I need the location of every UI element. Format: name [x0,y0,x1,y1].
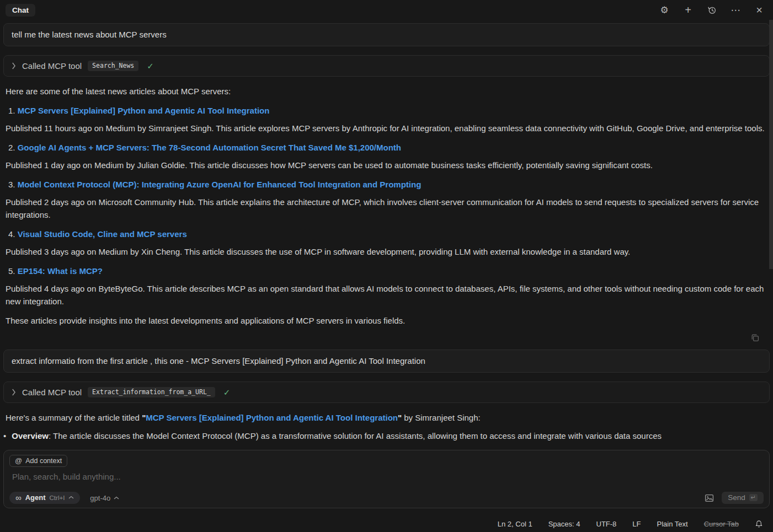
article-description: Published 11 hours ago on Medium by Simr… [6,122,767,135]
status-cursor-position[interactable]: Ln 2, Col 1 [498,520,532,528]
tool-call-extract-url[interactable]: Called MCP tool Extract_information_from… [3,381,770,403]
article-title-line: 4. Visual Studio Code, Cline and MCP ser… [6,228,767,240]
article-description: Published 3 days ago on Medium by Xin Ch… [6,245,767,258]
summary-article-link[interactable]: MCP Servers [Explained] Python and Agent… [146,413,398,422]
chevron-up-icon [68,496,74,499]
article-title-line: 1. MCP Servers [Explained] Python and Ag… [6,104,767,117]
composer-toolbar: ∞ Agent Ctrl+I gpt-4o [9,492,764,504]
model-label: gpt-4o [90,494,110,502]
add-context-label: Add context [25,457,62,465]
article-number: 3. [8,180,15,189]
article-link[interactable]: EP154: What is MCP? [18,266,103,276]
response-actions [13,333,760,342]
tab-chat[interactable]: Chat [6,4,35,17]
bullet-text: Overview: The article discusses the Mode… [12,429,662,442]
close-icon[interactable]: × [754,5,764,15]
check-icon: ✓ [147,61,154,71]
article-title-line: 3. Model Context Protocol (MCP): Integra… [6,178,767,191]
attach-image-icon[interactable] [705,493,714,503]
tool-call-search-news[interactable]: Called MCP tool Search_News ✓ [3,55,770,77]
summary-suffix: by Simranjeet Singh: [402,413,481,422]
article-link[interactable]: Google AI Agents + MCP Servers: The 78-S… [18,143,401,152]
new-chat-plus-icon[interactable]: + [683,5,693,15]
article-description: Published 1 day ago on Medium by Julian … [6,159,767,171]
tool-call-label: Called MCP tool [22,388,82,397]
response-intro: Here are some of the latest news article… [6,85,767,98]
history-icon[interactable] [707,5,717,15]
tool-call-label: Called MCP tool [22,61,82,71]
copy-icon[interactable] [750,333,760,342]
chevron-right-icon [12,389,16,396]
summary-prefix: Here's a summary of the article titled [6,413,142,422]
response-outro: These articles provide insights into the… [6,314,767,327]
article-title-line: 2. Google AI Agents + MCP Servers: The 7… [6,141,767,154]
add-context-button[interactable]: @ Add context [9,455,67,467]
bullet-glyph: • [3,429,6,442]
status-indentation[interactable]: Spaces: 4 [548,520,580,528]
assistant-response-2: Here's a summary of the article titled "… [6,411,767,424]
article-title-line: 5. EP154: What is MCP? [6,265,767,277]
chat-panel-header: Chat ⚙ + ⋯ × [0,0,773,20]
at-sign-icon: @ [15,456,22,465]
tool-name-badge: Extract_information_from_a_URL_ [88,387,215,397]
article-number: 5. [8,266,15,276]
composer-input[interactable] [9,467,764,492]
send-controls: Send ↵ [705,492,764,504]
article-link[interactable]: Visual Studio Code, Cline and MCP server… [18,229,187,239]
mode-controls: ∞ Agent Ctrl+I gpt-4o [9,492,119,504]
user-message-1: tell me the latest news about MCP server… [3,23,770,46]
settings-gear-icon[interactable]: ⚙ [659,5,669,15]
article-number: 2. [8,143,15,152]
status-encoding[interactable]: UTF-8 [596,520,617,528]
chat-composer: @ Add context ∞ Agent Ctrl+I gpt-4o [3,450,770,508]
notifications-bell-icon[interactable] [755,520,763,528]
article-link[interactable]: Model Context Protocol (MCP): Integratin… [18,180,422,189]
vertical-scrollbar-thumb[interactable] [769,20,773,269]
user-message-2: extract informatio from the first articl… [3,350,770,373]
assistant-response-1: Here are some of the latest news article… [6,85,767,327]
article-description: Published 2 days ago on Microsoft Commun… [6,196,767,221]
return-key-icon: ↵ [749,494,758,501]
agent-mode-selector[interactable]: ∞ Agent Ctrl+I [9,492,80,504]
infinity-icon: ∞ [15,493,22,502]
status-eol[interactable]: LF [632,520,641,528]
header-actions: ⚙ + ⋯ × [659,5,764,15]
article-description: Published 4 days ago on ByteByteGo. This… [6,282,767,308]
article-number: 4. [8,229,15,239]
send-button[interactable]: Send ↵ [722,492,764,504]
chevron-up-icon [114,496,119,500]
more-ellipsis-icon[interactable]: ⋯ [731,5,740,15]
mode-shortcut: Ctrl+I [50,495,65,501]
model-selector[interactable]: gpt-4o [90,494,119,502]
tool-name-badge: Search_News [88,61,138,71]
article-number: 1. [8,106,15,115]
status-bar: Ln 2, Col 1 Spaces: 4 UTF-8 LF Plain Tex… [0,515,773,532]
summary-bullet-item: • Overview: The article discusses the Mo… [0,429,773,442]
send-label: Send [728,493,745,502]
check-icon: ✓ [223,388,231,397]
mode-label: Agent [25,493,46,502]
status-language-mode[interactable]: Plain Text [657,520,688,528]
chevron-right-icon [12,62,16,69]
status-cursor-tab[interactable]: Cursor Tab [704,520,739,528]
article-link[interactable]: MCP Servers [Explained] Python and Agent… [18,106,270,115]
